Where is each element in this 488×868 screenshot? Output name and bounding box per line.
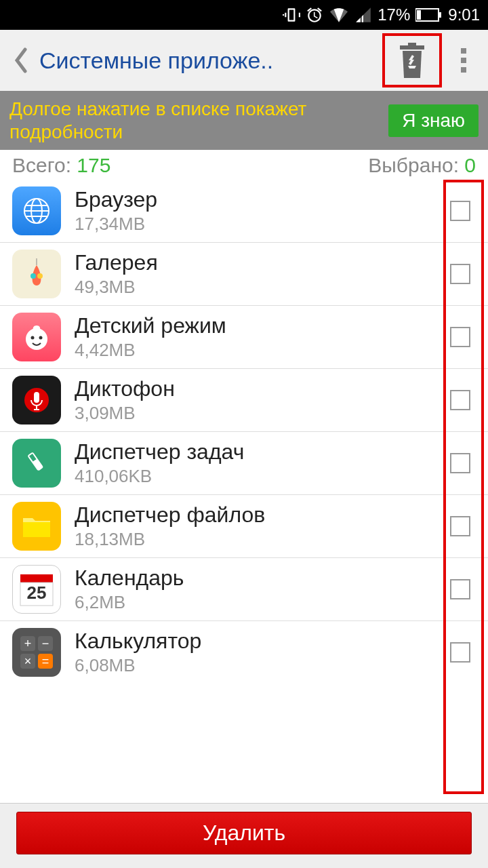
svg-rect-5 [461,48,466,54]
app-name: Диспетчер задач [75,439,436,465]
list-item[interactable]: Диктофон3,09MB [0,369,488,432]
app-icon-taskmanager [12,439,61,488]
page-title: Системные приложе.. [39,47,377,74]
app-size: 4,42MB [75,340,436,361]
battery-percent: 17% [378,5,410,24]
app-name: Детский режим [75,313,436,338]
wifi-icon [329,6,349,24]
checkbox[interactable] [450,264,470,284]
app-size: 6,2MB [75,592,436,613]
app-name: Диктофон [75,376,436,401]
svg-rect-19 [34,392,39,403]
svg-text:25: 25 [27,583,47,603]
list-item[interactable]: 25 Календарь6,2MB [0,558,488,621]
svg-rect-2 [439,12,441,18]
app-size: 410,06KB [75,466,436,487]
app-name: Диспетчер файлов [75,502,436,528]
app-icon-calendar: 25 [12,565,61,614]
counts-bar: Всего: 175 Выбрано: 0 [0,150,488,180]
signal-icon [354,6,372,24]
app-icon-browser [12,186,61,235]
app-size: 3,09MB [75,403,436,424]
svg-point-17 [39,336,43,340]
app-size: 18,13MB [75,529,436,550]
svg-rect-3 [400,45,424,50]
list-item[interactable]: Детский режим4,42MB [0,306,488,369]
app-size: 49,3MB [75,277,436,298]
app-name: Калькулятор [75,629,436,654]
svg-point-15 [26,328,47,350]
tip-text: Долгое нажатие в списке покажет подробно… [9,98,380,143]
app-icon-filemanager [12,502,61,551]
vertical-dots-icon [461,47,468,74]
footer: Удалить [0,803,488,868]
dismiss-tip-button[interactable]: Я знаю [388,104,479,137]
svg-text:−: − [42,637,49,650]
checkbox[interactable] [450,201,470,221]
alarm-icon [306,6,323,24]
svg-rect-7 [461,67,466,73]
svg-text:=: = [42,654,49,668]
svg-point-13 [30,273,36,279]
app-icon-kids [12,313,61,361]
app-bar: Системные приложе.. [0,30,488,91]
app-icon-gallery [12,250,61,298]
checkbox[interactable] [450,327,470,347]
svg-point-16 [31,336,35,340]
status-bar: 17% 9:01 [0,0,488,30]
list-item[interactable]: +−×= Калькулятор6,08MB [0,621,488,684]
checkbox[interactable] [450,579,470,599]
svg-text:+: + [24,637,32,650]
list-item[interactable]: Диспетчер файлов18,13MB [0,495,488,558]
app-size: 17,34MB [75,214,436,235]
total-count: Всего: 175 [12,154,368,177]
app-size: 6,08MB [75,655,436,676]
delete-button[interactable]: Удалить [16,812,472,854]
clock: 9:01 [448,5,480,24]
list-item[interactable]: Браузер17,34MB [0,180,488,243]
app-list: Браузер17,34MB Галерея49,3MB Детский реж… [0,180,488,684]
back-button[interactable] [7,40,34,81]
checkbox[interactable] [450,516,470,536]
svg-rect-1 [417,10,421,20]
app-name: Браузер [75,187,436,212]
app-icon-calculator: +−×= [12,628,61,677]
svg-text:×: × [24,654,32,668]
overflow-menu-button[interactable] [447,47,481,74]
checkbox[interactable] [450,390,470,410]
checkbox[interactable] [450,453,470,473]
checkbox[interactable] [450,642,470,663]
svg-point-14 [37,273,43,279]
list-item[interactable]: Диспетчер задач410,06KB [0,432,488,495]
svg-rect-23 [20,574,53,583]
svg-rect-4 [408,43,416,45]
tip-banner: Долгое нажатие в списке покажет подробно… [0,91,488,150]
svg-rect-22 [23,522,50,537]
app-icon-dictaphone [12,376,61,425]
vibrate-icon [283,6,300,24]
list-item[interactable]: Галерея49,3MB [0,243,488,306]
app-name: Календарь [75,566,436,591]
battery-icon [415,7,443,22]
svg-rect-6 [461,58,466,63]
app-name: Галерея [75,250,436,275]
recycle-bin-button[interactable] [382,33,442,87]
recycle-icon [397,43,427,78]
selected-count: Выбрано: 0 [368,154,476,177]
svg-rect-20 [27,452,43,471]
